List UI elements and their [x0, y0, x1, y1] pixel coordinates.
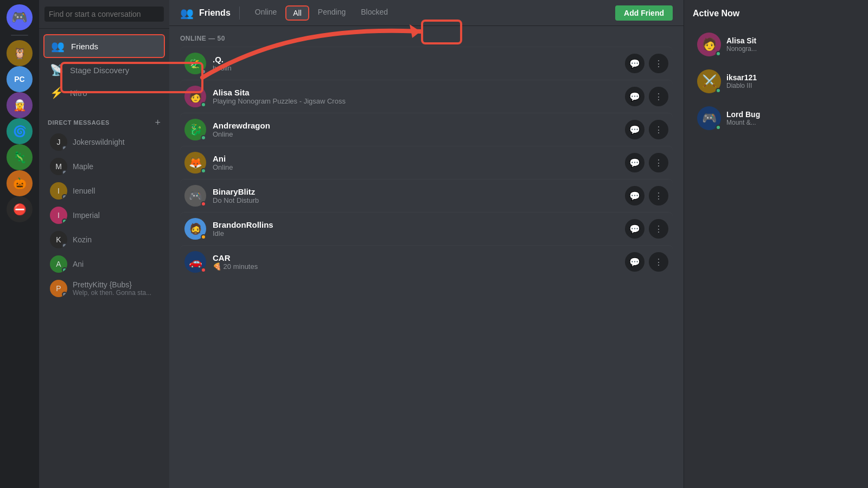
friend-item-6[interactable]: 🚗CAR🍕 20 minutes💬⋮ [180, 245, 673, 278]
dm-user-name: Maple [73, 162, 158, 171]
dm-user-message: Welp, ok then. Gonna sta... [73, 289, 158, 297]
dm-nav: 👥 Friends 📡 Stage Discovery ⚡ Nitro [39, 29, 169, 109]
tab-blocked[interactable]: Blocked [354, 5, 394, 21]
friend-message-button[interactable]: 💬 [625, 219, 644, 239]
friend-item-3[interactable]: 🦊AniOnline💬⋮ [180, 146, 673, 179]
friends-header-icon: 👥 [180, 7, 194, 20]
friend-item-0[interactable]: 🐲.Q.boolin💬⋮ [180, 47, 673, 80]
friend-info: BrandonRollinsIdle [213, 220, 618, 237]
add-friend-button[interactable]: Add Friend [615, 5, 673, 21]
friend-more-button[interactable]: ⋮ [649, 153, 668, 172]
tab-pending[interactable]: Pending [311, 5, 352, 21]
dm-user-item-1[interactable]: MMaple [43, 155, 165, 178]
nav-nitro[interactable]: ⚡ Nitro [43, 82, 165, 104]
status-dot [62, 243, 67, 248]
friend-message-button[interactable]: 💬 [625, 153, 644, 172]
friend-actions: 💬⋮ [625, 219, 668, 239]
status-dot [201, 267, 206, 273]
friends-nav-label: Friends [71, 42, 98, 51]
friend-info: CAR🍕 20 minutes [213, 253, 618, 271]
dm-user-item-2[interactable]: IIenuell [43, 179, 165, 203]
friend-info: BinaryBlitzDo Not Disturb [213, 187, 618, 204]
friend-more-button[interactable]: ⋮ [649, 120, 668, 139]
server-icon-6[interactable]: ⛔ [7, 196, 33, 222]
active-now-panel: Active Now 🧑Alisa SitNonogra...⚔️iksar12… [684, 0, 868, 488]
dm-user-item-5[interactable]: AAni [43, 252, 165, 276]
friend-actions: 💬⋮ [625, 252, 668, 272]
dm-user-avatar: I [50, 207, 67, 224]
online-count-header: ONLINE — 50 [180, 26, 673, 47]
dm-section-header: DIRECT MESSAGES + [39, 109, 169, 130]
status-dot [716, 51, 721, 56]
friend-name: BinaryBlitz [213, 187, 618, 196]
dm-user-name: Imperial [73, 211, 158, 220]
dm-user-name: Kozin [73, 235, 158, 244]
search-input[interactable] [44, 7, 164, 22]
friend-message-button[interactable]: 💬 [625, 54, 644, 73]
dm-user-item-6[interactable]: PPrettyKitty {Bubs}Welp, ok then. Gonna … [43, 277, 165, 300]
dm-user-avatar: I [50, 182, 67, 200]
status-dot [62, 267, 67, 273]
status-dot [201, 168, 206, 174]
friends-nav-icon: 👥 [51, 40, 65, 53]
stage-nav-icon: 📡 [50, 63, 63, 76]
active-user-card-0[interactable]: 🧑Alisa SitNonogra... [693, 27, 859, 62]
server-icon-0[interactable]: 🦉 [7, 40, 33, 66]
nav-friends[interactable]: 👥 Friends [43, 34, 165, 58]
server-icon-5[interactable]: 🎃 [7, 170, 33, 196]
dm-user-item-4[interactable]: KKozin [43, 228, 165, 252]
server-icon-3[interactable]: 🌀 [7, 118, 33, 144]
dm-add-button[interactable]: + [155, 118, 161, 127]
friend-more-button[interactable]: ⋮ [649, 252, 668, 272]
server-sidebar: 🎮 🦉PC🧝🌀🦎🎃⛔ [0, 0, 39, 488]
friends-header: 👥 Friends Online All Pending Blocked Add… [169, 0, 684, 26]
friend-info: AndrewdragonOnline [213, 121, 618, 138]
tab-online[interactable]: Online [248, 5, 283, 21]
friend-name: CAR [213, 253, 618, 262]
friends-list-container: ONLINE — 50 🐲.Q.boolin💬⋮🧑Alisa SitaPlayi… [169, 26, 684, 488]
friend-more-button[interactable]: ⋮ [649, 219, 668, 239]
friends-list: 🐲.Q.boolin💬⋮🧑Alisa SitaPlaying Nonogram … [180, 47, 673, 278]
friend-item-1[interactable]: 🧑Alisa SitaPlaying Nonogram Puzzles - Ji… [180, 80, 673, 113]
server-icons-list: 🦉PC🧝🌀🦎🎃⛔ [7, 40, 33, 222]
active-user-info: Alisa SitNonogra... [726, 36, 855, 53]
active-now-list: 🧑Alisa SitNonogra...⚔️iksar121Diablo III… [693, 27, 859, 136]
server-icon-1[interactable]: PC [7, 66, 33, 92]
friend-item-4[interactable]: 🎮BinaryBlitzDo Not Disturb💬⋮ [180, 179, 673, 212]
friend-message-button[interactable]: 💬 [625, 120, 644, 139]
search-bar [39, 0, 169, 29]
status-dot [62, 219, 67, 224]
discord-home-button[interactable]: 🎮 [7, 4, 33, 30]
friend-status-text: 🍕 20 minutes [213, 262, 618, 271]
status-dot [201, 234, 206, 240]
friend-item-2[interactable]: 🐉AndrewdragonOnline💬⋮ [180, 113, 673, 146]
active-user-avatar: 🧑 [697, 33, 721, 56]
dm-user-item-0[interactable]: JJokerswildnight [43, 130, 165, 154]
friend-more-button[interactable]: ⋮ [649, 87, 668, 106]
friend-actions: 💬⋮ [625, 87, 668, 106]
active-user-card-1[interactable]: ⚔️iksar121Diablo III [693, 64, 859, 99]
header-divider [239, 7, 240, 20]
friend-status-text: Do Not Disturb [213, 196, 618, 204]
friend-more-button[interactable]: ⋮ [649, 54, 668, 73]
friend-item-5[interactable]: 🧔BrandonRollinsIdle💬⋮ [180, 212, 673, 245]
friend-message-button[interactable]: 💬 [625, 186, 644, 206]
dm-user-item-3[interactable]: IImperial [43, 203, 165, 227]
nav-stage-discovery[interactable]: 📡 Stage Discovery [43, 59, 165, 81]
friend-status-text: Online [213, 163, 618, 171]
server-icon-2[interactable]: 🧝 [7, 92, 33, 118]
friend-message-button[interactable]: 💬 [625, 252, 644, 272]
friend-name: Alisa Sita [213, 88, 618, 97]
server-icon-4[interactable]: 🦎 [7, 144, 33, 170]
active-user-name: iksar121 [726, 73, 855, 82]
status-dot [201, 69, 206, 74]
active-user-card-2[interactable]: 🎮Lord BugMount &... [693, 101, 859, 136]
tab-all[interactable]: All [285, 5, 309, 21]
friend-info: AniOnline [213, 154, 618, 171]
friend-avatar: 🎮 [184, 185, 206, 207]
friend-more-button[interactable]: ⋮ [649, 186, 668, 206]
friend-message-button[interactable]: 💬 [625, 87, 644, 106]
status-dot [62, 145, 67, 151]
friend-status-text: Online [213, 130, 618, 138]
dm-sidebar: 👥 Friends 📡 Stage Discovery ⚡ Nitro DIRE… [39, 0, 169, 488]
